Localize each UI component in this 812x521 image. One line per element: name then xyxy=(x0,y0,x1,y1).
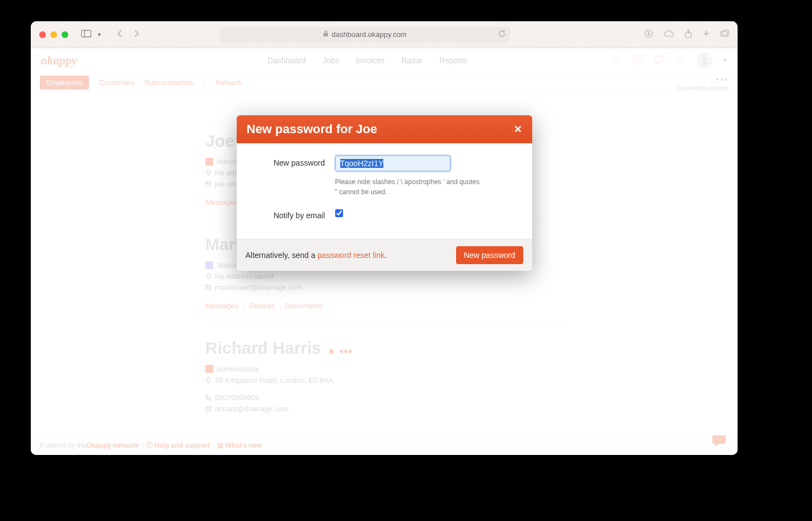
employee-more-icon[interactable]: ••• xyxy=(340,345,353,358)
pin-icon xyxy=(205,377,212,383)
address-bar[interactable]: dashboard.okappy.com xyxy=(219,27,510,43)
new-tab-icon[interactable] xyxy=(702,30,710,40)
new-password-modal: New password for Joe ✕ New password Plea… xyxy=(237,115,532,271)
chat-icon[interactable] xyxy=(654,55,665,66)
browser-toolbar: ▼ dashboard.okappy.com xyxy=(31,21,738,48)
employee-messages-link[interactable]: Messages xyxy=(205,302,238,310)
alt-suffix: . xyxy=(384,251,387,260)
back-button[interactable] xyxy=(116,30,123,40)
role-badge-icon xyxy=(205,365,213,373)
reload-icon[interactable] xyxy=(498,30,506,39)
footer: Powered by the Okappy network | ⓘ Help a… xyxy=(31,435,738,455)
logo[interactable]: okappy xyxy=(41,53,77,68)
modal-footer: Alternatively, send a password reset lin… xyxy=(237,239,532,271)
employee-email: joe.vin xyxy=(215,180,236,188)
divider: | xyxy=(204,78,205,87)
connection-options[interactable]: ••• Connection options xyxy=(676,74,729,91)
svg-rect-6 xyxy=(722,30,729,35)
role-badge-icon xyxy=(205,158,213,166)
share-icon[interactable] xyxy=(684,29,692,40)
svg-rect-0 xyxy=(81,30,91,37)
modal-header: New password for Joe ✕ xyxy=(237,115,532,143)
svg-point-7 xyxy=(613,56,617,60)
browser-window: ▼ dashboard.okappy.com okappy Dashboard … xyxy=(31,21,738,455)
tab-network[interactable]: Network xyxy=(215,78,242,87)
sidebar-toggle-icon[interactable] xyxy=(81,30,91,40)
forward-button[interactable] xyxy=(133,30,140,40)
url-text: dashboard.okappy.com xyxy=(332,30,407,39)
pin-icon xyxy=(205,170,212,176)
new-password-input[interactable] xyxy=(335,156,450,171)
fullscreen-window-button[interactable] xyxy=(62,31,68,38)
employee-phone: 02070904909 xyxy=(215,393,260,402)
connection-options-label: Connection options xyxy=(676,85,729,91)
notify-label: Notify by email xyxy=(251,208,335,220)
employee-name: Joe xyxy=(205,132,234,151)
password-label: New password xyxy=(251,156,335,167)
svg-rect-10 xyxy=(655,57,663,62)
avatar[interactable] xyxy=(697,53,712,68)
employee-name: Richard Harris xyxy=(205,339,321,358)
window-controls xyxy=(39,31,68,38)
nav-radar[interactable]: Radar xyxy=(401,56,423,65)
download-icon[interactable] xyxy=(644,29,653,40)
close-icon[interactable]: ✕ xyxy=(514,123,522,135)
svg-line-8 xyxy=(617,60,619,62)
footer-network-link[interactable]: Okappy network xyxy=(86,442,138,449)
footer-powered-prefix: Powered by the xyxy=(40,442,86,449)
alt-prefix: Alternatively, send a xyxy=(246,251,318,260)
employee-email: markbrown@drainage.com xyxy=(215,283,302,292)
modal-title: New password for Joe xyxy=(247,122,378,137)
employee-address: 35 Kingsland Road, London, E2 8AA xyxy=(215,376,334,384)
employee-role: Administrator xyxy=(217,365,260,373)
footer-whatsnew-link[interactable]: What's new xyxy=(225,442,262,449)
chevron-down-icon[interactable]: ▼ xyxy=(97,32,102,37)
activity-icon[interactable] xyxy=(633,55,644,66)
info-icon: ⓘ xyxy=(146,440,153,450)
tab-employees[interactable]: Employees xyxy=(40,76,89,90)
employee-devices-link[interactable]: Devices xyxy=(249,302,275,310)
role-badge-icon xyxy=(205,261,213,269)
tab-subcontractors[interactable]: Subcontractors xyxy=(144,78,193,87)
employee-address: No address saved xyxy=(215,272,274,280)
nav-dashboard[interactable]: Dashboard xyxy=(267,56,306,65)
mail-icon xyxy=(205,181,212,187)
lock-icon xyxy=(323,30,328,39)
mail-icon xyxy=(205,406,212,412)
minimize-window-button[interactable] xyxy=(50,31,57,38)
top-nav: Dashboard Jobs Invoices Radar Reports xyxy=(267,56,467,65)
employee-email: richard@drainage.com xyxy=(215,405,289,413)
tab-customers[interactable]: Customers xyxy=(99,78,134,87)
app-header: okappy Dashboard Jobs Invoices Radar Rep… xyxy=(31,48,738,73)
search-icon[interactable] xyxy=(612,55,623,66)
phone-icon xyxy=(205,395,212,401)
svg-rect-5 xyxy=(721,31,727,36)
svg-point-11 xyxy=(703,58,706,61)
footer-help-link[interactable]: Help and support xyxy=(154,442,210,449)
nav-invoices[interactable]: Invoices xyxy=(356,56,384,65)
employee-messages-link[interactable]: Messages xyxy=(205,198,238,206)
nav-jobs[interactable]: Jobs xyxy=(322,56,339,65)
close-window-button[interactable] xyxy=(39,31,46,38)
chat-bubble-icon[interactable] xyxy=(712,434,726,450)
mail-icon xyxy=(205,284,212,290)
more-dots-icon[interactable]: ••• xyxy=(676,74,729,85)
grid-icon: ▦ xyxy=(217,442,223,449)
notify-email-checkbox[interactable] xyxy=(335,209,343,217)
svg-rect-2 xyxy=(323,33,328,36)
status-dot-icon xyxy=(329,349,334,354)
employee-documents-link[interactable]: Documents xyxy=(285,302,322,310)
nav-reports[interactable]: Reports xyxy=(439,56,467,65)
password-reset-link[interactable]: password reset link xyxy=(317,251,384,260)
new-password-button[interactable]: New password xyxy=(456,246,523,264)
employee-card: Richard Harris ••• Administrator 35 King… xyxy=(205,322,564,424)
caret-down-icon[interactable]: ▼ xyxy=(722,58,727,63)
tabs-icon[interactable] xyxy=(720,30,729,40)
bell-icon[interactable] xyxy=(675,55,687,66)
pin-icon xyxy=(205,273,212,279)
sub-tabs: Employees Customers Subcontractors | Net… xyxy=(31,73,738,92)
password-hint: Please note slashes / \ apostrophes ' an… xyxy=(335,177,481,197)
cloud-icon[interactable] xyxy=(663,30,674,40)
